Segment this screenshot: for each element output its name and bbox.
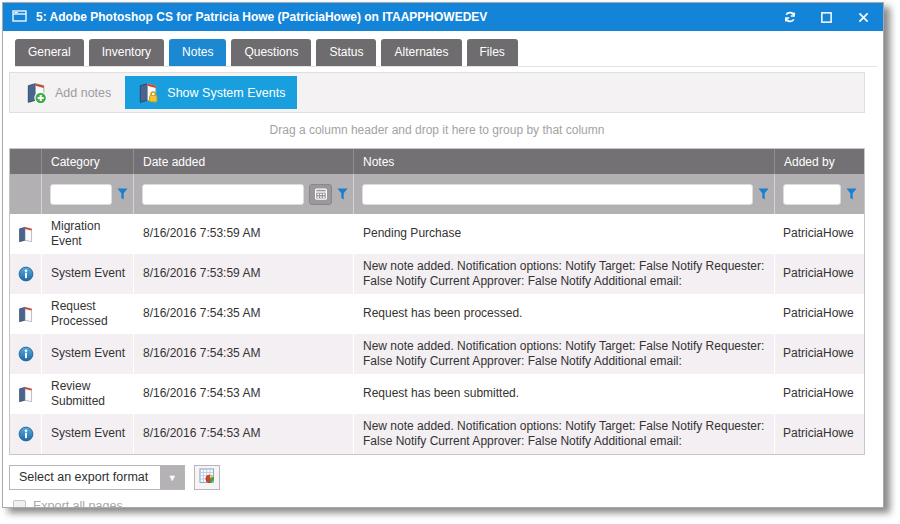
refresh-button[interactable] xyxy=(782,10,797,25)
notes-toolbar: Add notes Show System Events xyxy=(9,72,865,113)
system-events-lock-book-icon xyxy=(137,82,159,104)
cell-notes: New note added. Notification options: No… xyxy=(353,414,774,454)
system-info-icon xyxy=(10,414,41,454)
grid-header-row: Category Date added Notes Added by xyxy=(10,149,864,174)
export-all-pages-checkbox[interactable] xyxy=(13,500,26,509)
export-button[interactable] xyxy=(194,465,220,490)
dialog-content: General Inventory Notes Questions Status… xyxy=(3,31,883,507)
cell-date-added: 8/16/2016 7:54:35 AM xyxy=(133,334,353,374)
add-notes-button[interactable]: Add notes xyxy=(13,76,123,109)
cell-added-by: PatriciaHowe xyxy=(774,414,864,454)
show-system-events-button[interactable]: Show System Events xyxy=(125,76,297,109)
column-header-icon xyxy=(10,149,41,174)
added-by-filter-input[interactable] xyxy=(783,184,841,205)
cell-category: Request Processed xyxy=(41,294,133,334)
tab-questions[interactable]: Questions xyxy=(231,39,311,66)
export-bar: Select an export format ▼ xyxy=(9,465,877,490)
column-header-notes[interactable]: Notes xyxy=(353,149,774,174)
cell-notes: Request has been processed. xyxy=(353,294,774,334)
cell-date-added: 8/16/2016 7:54:53 AM xyxy=(133,414,353,454)
table-row[interactable]: Migration Event 8/16/2016 7:53:59 AM Pen… xyxy=(10,214,864,254)
cell-notes: New note added. Notification options: No… xyxy=(353,334,774,374)
add-notes-label: Add notes xyxy=(55,86,111,100)
table-row[interactable]: System Event 8/16/2016 7:54:53 AM New no… xyxy=(10,414,864,454)
filter-funnel-icon[interactable] xyxy=(846,188,857,200)
cell-date-added: 8/16/2016 7:53:59 AM xyxy=(133,214,353,254)
category-filter-input[interactable] xyxy=(50,184,112,205)
export-format-dropdown[interactable]: Select an export format ▼ xyxy=(9,465,185,490)
tab-alternates[interactable]: Alternates xyxy=(381,39,461,66)
filter-funnel-icon[interactable] xyxy=(337,188,348,200)
column-header-date-added[interactable]: Date added xyxy=(133,149,353,174)
export-format-value: Select an export format xyxy=(10,466,160,489)
notes-grid: Category Date added Notes Added by xyxy=(9,148,865,455)
cell-category: Review Submitted xyxy=(41,374,133,414)
tab-general[interactable]: General xyxy=(15,39,84,66)
maximize-button[interactable] xyxy=(819,10,834,25)
cell-notes: Pending Purchase xyxy=(353,214,774,254)
cell-notes: Request has been submitted. xyxy=(353,374,774,414)
tab-inventory[interactable]: Inventory xyxy=(89,39,164,66)
export-all-pages-row: Export all pages xyxy=(9,499,877,508)
note-event-icon xyxy=(10,374,41,414)
tab-status[interactable]: Status xyxy=(316,39,376,66)
system-info-icon xyxy=(10,254,41,294)
chevron-down-icon[interactable]: ▼ xyxy=(160,466,184,489)
system-info-icon xyxy=(10,334,41,374)
cell-added-by: PatriciaHowe xyxy=(774,334,864,374)
cell-notes: New note added. Notification options: No… xyxy=(353,254,774,294)
window-title: 5: Adobe Photoshop CS for Patricia Howe … xyxy=(36,10,774,24)
export-spreadsheet-icon xyxy=(199,468,215,487)
filter-cell-icon xyxy=(10,174,41,214)
note-event-icon xyxy=(10,214,41,254)
window-icon xyxy=(12,9,28,26)
grid-filter-row xyxy=(10,174,864,214)
export-all-pages-label: Export all pages xyxy=(33,499,123,508)
cell-added-by: PatriciaHowe xyxy=(774,294,864,334)
calendar-icon[interactable] xyxy=(309,184,332,205)
column-header-category[interactable]: Category xyxy=(41,149,133,174)
table-row[interactable]: Request Processed 8/16/2016 7:54:35 AM R… xyxy=(10,294,864,334)
filter-cell-date-added xyxy=(133,174,353,214)
add-note-book-icon xyxy=(25,82,47,104)
close-button[interactable] xyxy=(856,10,871,25)
column-header-added-by[interactable]: Added by xyxy=(774,149,864,174)
filter-cell-added-by xyxy=(774,174,864,214)
cell-category: Migration Event xyxy=(41,214,133,254)
filter-funnel-icon[interactable] xyxy=(117,188,128,200)
note-event-icon xyxy=(10,294,41,334)
tab-notes[interactable]: Notes xyxy=(169,39,226,66)
cell-category: System Event xyxy=(41,414,133,454)
cell-added-by: PatriciaHowe xyxy=(774,374,864,414)
tab-strip: General Inventory Notes Questions Status… xyxy=(15,39,877,67)
group-by-drop-zone[interactable]: Drag a column header and drop it here to… xyxy=(9,113,865,148)
date-added-filter-input[interactable] xyxy=(142,184,304,205)
table-row[interactable]: System Event 8/16/2016 7:53:59 AM New no… xyxy=(10,254,864,294)
filter-cell-notes xyxy=(353,174,774,214)
cell-date-added: 8/16/2016 7:54:53 AM xyxy=(133,374,353,414)
tab-files[interactable]: Files xyxy=(467,39,518,66)
notes-filter-input[interactable] xyxy=(362,184,753,205)
group-by-hint: Drag a column header and drop it here to… xyxy=(270,123,605,137)
cell-added-by: PatriciaHowe xyxy=(774,254,864,294)
cell-added-by: PatriciaHowe xyxy=(774,214,864,254)
cell-date-added: 8/16/2016 7:53:59 AM xyxy=(133,254,353,294)
cell-category: System Event xyxy=(41,254,133,294)
titlebar[interactable]: 5: Adobe Photoshop CS for Patricia Howe … xyxy=(3,3,883,31)
cell-date-added: 8/16/2016 7:54:35 AM xyxy=(133,294,353,334)
filter-funnel-icon[interactable] xyxy=(758,188,769,200)
show-system-events-label: Show System Events xyxy=(167,86,285,100)
filter-cell-category xyxy=(41,174,133,214)
dialog-window: 5: Adobe Photoshop CS for Patricia Howe … xyxy=(2,2,884,508)
cell-category: System Event xyxy=(41,334,133,374)
table-row[interactable]: Review Submitted 8/16/2016 7:54:53 AM Re… xyxy=(10,374,864,414)
table-row[interactable]: System Event 8/16/2016 7:54:35 AM New no… xyxy=(10,334,864,374)
